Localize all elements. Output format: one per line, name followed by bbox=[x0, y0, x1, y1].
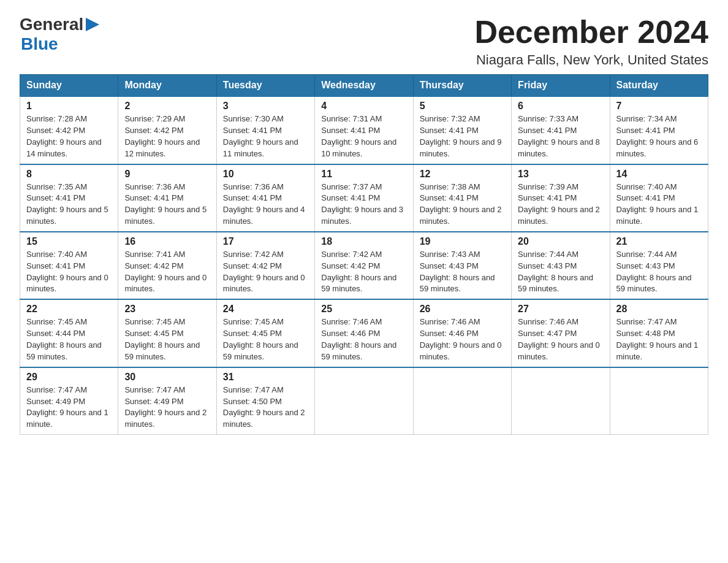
day-number: 15 bbox=[26, 236, 112, 247]
weekday-header-sunday: Sunday bbox=[20, 75, 118, 97]
day-info: Sunrise: 7:47 AMSunset: 4:49 PMDaylight:… bbox=[124, 385, 210, 431]
calendar-week-row: 22 Sunrise: 7:45 AMSunset: 4:44 PMDaylig… bbox=[20, 299, 708, 367]
day-info: Sunrise: 7:45 AMSunset: 4:44 PMDaylight:… bbox=[26, 316, 112, 362]
calendar-header-row: SundayMondayTuesdayWednesdayThursdayFrid… bbox=[20, 75, 708, 97]
day-number: 28 bbox=[616, 304, 702, 315]
day-info: Sunrise: 7:47 AMSunset: 4:48 PMDaylight:… bbox=[616, 316, 702, 362]
calendar-cell: 29 Sunrise: 7:47 AMSunset: 4:49 PMDaylig… bbox=[20, 367, 118, 435]
calendar-cell: 16 Sunrise: 7:41 AMSunset: 4:42 PMDaylig… bbox=[118, 232, 216, 299]
day-number: 31 bbox=[223, 372, 308, 383]
day-number: 19 bbox=[420, 236, 505, 247]
calendar-cell: 21 Sunrise: 7:44 AMSunset: 4:43 PMDaylig… bbox=[610, 232, 708, 299]
day-number: 4 bbox=[321, 101, 406, 112]
calendar-cell: 7 Sunrise: 7:34 AMSunset: 4:41 PMDayligh… bbox=[610, 96, 708, 164]
subtitle: Niagara Falls, New York, United States bbox=[474, 52, 708, 68]
weekday-header-saturday: Saturday bbox=[610, 75, 708, 97]
calendar-cell: 26 Sunrise: 7:46 AMSunset: 4:46 PMDaylig… bbox=[413, 299, 511, 367]
calendar-cell: 3 Sunrise: 7:30 AMSunset: 4:41 PMDayligh… bbox=[216, 96, 314, 164]
day-number: 22 bbox=[26, 304, 112, 315]
day-info: Sunrise: 7:34 AMSunset: 4:41 PMDaylight:… bbox=[616, 113, 702, 159]
day-info: Sunrise: 7:46 AMSunset: 4:46 PMDaylight:… bbox=[420, 316, 505, 362]
calendar-cell: 9 Sunrise: 7:36 AMSunset: 4:41 PMDayligh… bbox=[118, 164, 216, 232]
calendar-cell: 8 Sunrise: 7:35 AMSunset: 4:41 PMDayligh… bbox=[20, 164, 118, 232]
day-info: Sunrise: 7:35 AMSunset: 4:41 PMDaylight:… bbox=[26, 182, 112, 228]
calendar-cell: 4 Sunrise: 7:31 AMSunset: 4:41 PMDayligh… bbox=[315, 96, 413, 164]
day-number: 21 bbox=[616, 236, 702, 247]
day-info: Sunrise: 7:41 AMSunset: 4:42 PMDaylight:… bbox=[124, 249, 210, 295]
day-info: Sunrise: 7:40 AMSunset: 4:41 PMDaylight:… bbox=[26, 249, 112, 295]
calendar-cell: 30 Sunrise: 7:47 AMSunset: 4:49 PMDaylig… bbox=[118, 367, 216, 435]
calendar-cell bbox=[610, 367, 708, 435]
day-info: Sunrise: 7:36 AMSunset: 4:41 PMDaylight:… bbox=[223, 182, 308, 228]
day-info: Sunrise: 7:45 AMSunset: 4:45 PMDaylight:… bbox=[223, 316, 308, 362]
title-block: December 2024 Niagara Falls, New York, U… bbox=[474, 15, 708, 68]
day-number: 11 bbox=[321, 169, 406, 180]
day-number: 23 bbox=[124, 304, 210, 315]
calendar-cell: 19 Sunrise: 7:43 AMSunset: 4:43 PMDaylig… bbox=[413, 232, 511, 299]
calendar-cell: 20 Sunrise: 7:44 AMSunset: 4:43 PMDaylig… bbox=[512, 232, 610, 299]
day-number: 6 bbox=[518, 101, 603, 112]
weekday-header-thursday: Thursday bbox=[413, 75, 511, 97]
day-info: Sunrise: 7:43 AMSunset: 4:43 PMDaylight:… bbox=[420, 249, 505, 295]
day-info: Sunrise: 7:44 AMSunset: 4:43 PMDaylight:… bbox=[616, 249, 702, 295]
calendar-cell bbox=[413, 367, 511, 435]
day-info: Sunrise: 7:45 AMSunset: 4:45 PMDaylight:… bbox=[124, 316, 210, 362]
calendar-cell: 5 Sunrise: 7:32 AMSunset: 4:41 PMDayligh… bbox=[413, 96, 511, 164]
day-number: 14 bbox=[616, 169, 702, 180]
weekday-header-monday: Monday bbox=[118, 75, 216, 97]
day-info: Sunrise: 7:42 AMSunset: 4:42 PMDaylight:… bbox=[223, 249, 308, 295]
calendar-cell: 1 Sunrise: 7:28 AMSunset: 4:42 PMDayligh… bbox=[20, 96, 118, 164]
day-number: 16 bbox=[124, 236, 210, 247]
calendar-week-row: 8 Sunrise: 7:35 AMSunset: 4:41 PMDayligh… bbox=[20, 164, 708, 232]
day-info: Sunrise: 7:31 AMSunset: 4:41 PMDaylight:… bbox=[321, 113, 406, 159]
weekday-header-friday: Friday bbox=[512, 75, 610, 97]
calendar-week-row: 1 Sunrise: 7:28 AMSunset: 4:42 PMDayligh… bbox=[20, 96, 708, 164]
day-info: Sunrise: 7:46 AMSunset: 4:47 PMDaylight:… bbox=[518, 316, 603, 362]
logo-blue-text: Blue bbox=[21, 34, 58, 53]
calendar-cell: 28 Sunrise: 7:47 AMSunset: 4:48 PMDaylig… bbox=[610, 299, 708, 367]
day-info: Sunrise: 7:38 AMSunset: 4:41 PMDaylight:… bbox=[420, 182, 505, 228]
calendar-cell bbox=[315, 367, 413, 435]
day-info: Sunrise: 7:47 AMSunset: 4:49 PMDaylight:… bbox=[26, 385, 112, 431]
day-number: 1 bbox=[26, 101, 112, 112]
weekday-header-tuesday: Tuesday bbox=[216, 75, 314, 97]
day-info: Sunrise: 7:46 AMSunset: 4:46 PMDaylight:… bbox=[321, 316, 406, 362]
day-info: Sunrise: 7:39 AMSunset: 4:41 PMDaylight:… bbox=[518, 182, 603, 228]
logo-arrow bbox=[86, 18, 99, 31]
day-number: 18 bbox=[321, 236, 406, 247]
day-info: Sunrise: 7:32 AMSunset: 4:41 PMDaylight:… bbox=[420, 113, 505, 159]
calendar-cell: 14 Sunrise: 7:40 AMSunset: 4:41 PMDaylig… bbox=[610, 164, 708, 232]
day-number: 3 bbox=[223, 101, 308, 112]
logo-general-text: General bbox=[20, 15, 83, 34]
calendar-cell: 23 Sunrise: 7:45 AMSunset: 4:45 PMDaylig… bbox=[118, 299, 216, 367]
day-info: Sunrise: 7:33 AMSunset: 4:41 PMDaylight:… bbox=[518, 113, 603, 159]
calendar-cell: 25 Sunrise: 7:46 AMSunset: 4:46 PMDaylig… bbox=[315, 299, 413, 367]
day-info: Sunrise: 7:42 AMSunset: 4:42 PMDaylight:… bbox=[321, 249, 406, 295]
day-info: Sunrise: 7:30 AMSunset: 4:41 PMDaylight:… bbox=[223, 113, 308, 159]
page-header: General Blue December 2024 Niagara Falls… bbox=[20, 15, 708, 68]
day-number: 5 bbox=[420, 101, 505, 112]
day-number: 24 bbox=[223, 304, 308, 315]
day-number: 2 bbox=[124, 101, 210, 112]
day-number: 26 bbox=[420, 304, 505, 315]
main-title: December 2024 bbox=[474, 15, 708, 50]
day-number: 13 bbox=[518, 169, 603, 180]
day-number: 12 bbox=[420, 169, 505, 180]
calendar-cell: 17 Sunrise: 7:42 AMSunset: 4:42 PMDaylig… bbox=[216, 232, 314, 299]
calendar-cell: 27 Sunrise: 7:46 AMSunset: 4:47 PMDaylig… bbox=[512, 299, 610, 367]
day-number: 25 bbox=[321, 304, 406, 315]
day-number: 30 bbox=[124, 372, 210, 383]
day-number: 10 bbox=[223, 169, 308, 180]
day-number: 8 bbox=[26, 169, 112, 180]
calendar-cell: 13 Sunrise: 7:39 AMSunset: 4:41 PMDaylig… bbox=[512, 164, 610, 232]
calendar-week-row: 15 Sunrise: 7:40 AMSunset: 4:41 PMDaylig… bbox=[20, 232, 708, 299]
calendar-cell bbox=[512, 367, 610, 435]
day-info: Sunrise: 7:36 AMSunset: 4:41 PMDaylight:… bbox=[124, 182, 210, 228]
logo: General Blue bbox=[20, 15, 99, 54]
calendar-table: SundayMondayTuesdayWednesdayThursdayFrid… bbox=[20, 74, 708, 435]
day-number: 7 bbox=[616, 101, 702, 112]
calendar-week-row: 29 Sunrise: 7:47 AMSunset: 4:49 PMDaylig… bbox=[20, 367, 708, 435]
day-number: 9 bbox=[124, 169, 210, 180]
calendar-cell: 15 Sunrise: 7:40 AMSunset: 4:41 PMDaylig… bbox=[20, 232, 118, 299]
weekday-header-wednesday: Wednesday bbox=[315, 75, 413, 97]
